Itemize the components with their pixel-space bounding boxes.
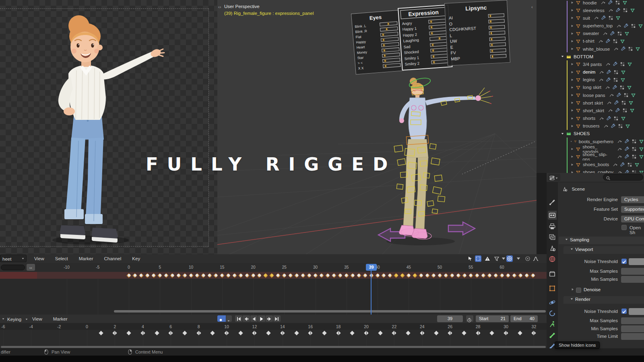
material-icon[interactable] <box>623 8 628 13</box>
frame-end-field[interactable]: End40 <box>510 315 538 322</box>
timeline-keyframe-diamond[interactable] <box>518 331 522 335</box>
mesh-data-icon[interactable] <box>630 8 635 13</box>
disclosure-right-icon[interactable] <box>570 101 574 105</box>
material-icon[interactable] <box>615 0 620 5</box>
timeline-keyframe-diamond[interactable] <box>462 331 466 335</box>
shape-key-slider[interactable] <box>429 25 447 29</box>
material-icon[interactable] <box>617 31 622 36</box>
slider-handle[interactable] <box>431 43 433 46</box>
property-field[interactable]: Cycles <box>621 196 644 203</box>
slider-handle[interactable] <box>489 20 491 23</box>
slider-handle[interactable] <box>489 14 491 17</box>
slider-handle[interactable] <box>384 64 387 67</box>
modifier-wrench-icon[interactable] <box>606 77 611 82</box>
property-field[interactable] <box>621 276 644 283</box>
outliner-row[interactable]: shoes_ slip-ons <box>537 153 644 160</box>
transport-play-reverse-button[interactable] <box>250 315 258 322</box>
action-icon[interactable] <box>607 100 612 105</box>
shape-panel-expression[interactable]: Expression AngryHappy 1Happy 2LaughingSa… <box>398 4 453 70</box>
timeline-menu-marker[interactable]: Marker <box>53 315 68 323</box>
timeline-keyframe-diamond[interactable] <box>406 331 410 335</box>
dope-header-boxsel-icon[interactable] <box>475 255 481 262</box>
material-icon[interactable] <box>627 162 632 167</box>
outliner-item-label[interactable]: t-shirt <box>583 39 594 43</box>
mesh-data-icon[interactable] <box>631 93 636 98</box>
subsection-label[interactable]: Viewport <box>575 247 593 252</box>
shape-key-slider[interactable] <box>428 19 446 23</box>
disclosure-right-icon[interactable] <box>570 8 574 12</box>
outliner-row[interactable]: sweater <box>537 30 644 37</box>
keyframe-dot[interactable] <box>507 274 510 277</box>
dope-horizontal-scrollbar[interactable] <box>114 310 546 313</box>
disclosure-right-icon[interactable] <box>570 62 574 66</box>
slider-handle[interactable] <box>491 49 493 52</box>
outliner-item-label[interactable]: BOTTOM <box>574 54 593 59</box>
action-icon[interactable] <box>617 154 622 159</box>
property-field[interactable] <box>621 317 644 324</box>
action-icon[interactable] <box>603 123 609 129</box>
action-icon[interactable] <box>616 23 621 29</box>
slider-handle[interactable] <box>382 39 385 41</box>
property-field[interactable] <box>621 268 644 275</box>
outliner-row[interactable]: sleeveless <box>537 6 644 14</box>
keying-menu[interactable]: Keying <box>7 315 28 324</box>
shape-key-slider[interactable] <box>429 30 447 35</box>
section-label[interactable]: Sampling <box>570 237 589 242</box>
material-icon[interactable] <box>619 85 625 90</box>
keyframe-dot[interactable] <box>463 274 466 277</box>
keyframe-dot[interactable] <box>364 274 367 277</box>
material-icon[interactable] <box>613 77 618 82</box>
keyframe-dot[interactable] <box>519 274 522 277</box>
keyframe-dot[interactable] <box>239 274 242 277</box>
section-chevron-icon[interactable] <box>565 238 568 241</box>
slider-handle[interactable] <box>433 61 435 64</box>
keyframe-dot[interactable] <box>451 274 454 277</box>
disclosure-right-icon[interactable] <box>570 16 574 20</box>
modifier-wrench-icon[interactable] <box>601 15 606 21</box>
shape-key-slider[interactable] <box>489 42 506 47</box>
disclosure-right-icon[interactable] <box>570 93 574 97</box>
keyframe-dot[interactable] <box>488 274 491 277</box>
shape-key-slider[interactable] <box>490 48 506 53</box>
keyframe-dot[interactable] <box>494 274 497 277</box>
outliner-row[interactable]: white_blouse <box>537 45 644 53</box>
expand-channels-button[interactable]: ↔ <box>27 264 35 271</box>
outliner-row[interactable]: hoodie <box>537 0 644 6</box>
mesh-data-icon[interactable] <box>625 123 630 129</box>
dope-header-prop-icon[interactable] <box>506 255 513 262</box>
checkbox-checked[interactable] <box>621 309 627 314</box>
dope-menu-key[interactable]: Key <box>132 254 140 263</box>
timeline-keyframe-diamond[interactable] <box>490 331 494 335</box>
property-field[interactable] <box>621 333 644 340</box>
disclosure-right-icon[interactable] <box>570 86 574 89</box>
action-icon[interactable] <box>609 93 614 98</box>
action-icon[interactable] <box>617 139 622 144</box>
disclosure-down-icon[interactable] <box>561 55 564 58</box>
action-icon[interactable] <box>603 31 608 36</box>
collapsed-panel-label[interactable]: Denoise <box>584 287 601 292</box>
dope-menu-marker[interactable]: Marker <box>79 254 93 263</box>
outliner-item-label[interactable]: SHOES <box>574 131 590 136</box>
transport-play-button[interactable] <box>258 315 265 322</box>
outliner-row[interactable]: 3/4 pants <box>537 60 644 68</box>
mesh-data-icon[interactable] <box>639 139 644 144</box>
modifier-wrench-icon[interactable] <box>606 116 611 121</box>
keyframe-dot[interactable] <box>171 274 174 277</box>
action-icon[interactable] <box>599 116 604 121</box>
modifier-wrench-icon[interactable] <box>605 39 611 44</box>
dope-sheet-ruler[interactable]: ↔ -10-5051015202530354045505560 <box>0 263 547 272</box>
mesh-data-icon[interactable] <box>621 70 626 75</box>
mesh-data-icon[interactable] <box>639 146 644 152</box>
shape-key-slider[interactable] <box>488 13 504 18</box>
keyframe-dot[interactable] <box>501 274 504 277</box>
modifier-wrench-icon[interactable] <box>613 62 618 67</box>
slider-handle[interactable] <box>382 33 384 36</box>
timeline-keyframe-diamond[interactable] <box>322 331 326 335</box>
keyframe-dot[interactable] <box>270 274 273 277</box>
outliner-row[interactable]: short skirt <box>537 99 644 107</box>
disclosure-right-icon[interactable] <box>570 24 574 28</box>
transport-jump-end-button[interactable] <box>273 315 281 322</box>
reference-image-panel[interactable] <box>0 0 217 254</box>
keyframe-dot[interactable] <box>382 274 385 277</box>
timeline-canvas[interactable] <box>0 330 547 346</box>
